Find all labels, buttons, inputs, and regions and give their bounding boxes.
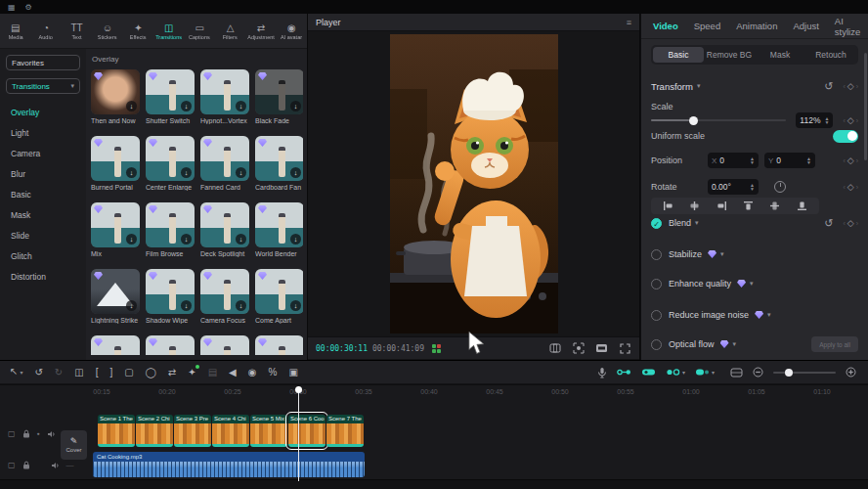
sidebar-item-blur[interactable]: Blur [6, 163, 80, 184]
transition-item[interactable]: ↓ [200, 335, 249, 355]
download-icon[interactable]: ↓ [236, 167, 246, 178]
download-icon[interactable]: ↓ [181, 167, 192, 178]
transition-shadow-wipe[interactable]: ↓ Shadow Wipe [146, 269, 195, 324]
sidebar-item-mask[interactable]: Mask [6, 204, 80, 225]
download-icon[interactable]: ↓ [236, 300, 246, 311]
aspect-ratio-icon[interactable] [548, 342, 561, 355]
video-clip-4[interactable]: Scene 4 Chi [212, 415, 249, 447]
center-focus-icon[interactable] [572, 342, 585, 355]
tab-animation[interactable]: Animation [736, 21, 777, 31]
video-clip-7[interactable]: Scene 7 The [326, 415, 364, 447]
transition-black-fade[interactable]: ↓ Black Fade [255, 69, 303, 124]
video-clip-6[interactable]: Scene 6 Coo [288, 415, 326, 447]
scale-slider-knob[interactable] [689, 116, 698, 125]
top-tab-audio[interactable]: ◔Audio [30, 22, 61, 40]
chevron-down-icon[interactable]: ▾ [733, 340, 737, 348]
delete-icon[interactable]: ◯ [146, 367, 156, 378]
sidebar-item-light[interactable]: Light [6, 122, 80, 143]
video-clip-2[interactable]: Scene 2 Chi [136, 415, 173, 447]
chevron-down-icon[interactable]: ▾ [750, 280, 754, 288]
player-options-icon[interactable]: ≡ [627, 18, 631, 27]
top-tab-media[interactable]: ▤Media [0, 22, 30, 40]
download-icon[interactable]: ↓ [181, 101, 192, 111]
transition-lightning-strike[interactable]: ↓ Lightning Strike [91, 269, 140, 324]
uniform-scale-toggle[interactable] [833, 130, 858, 143]
top-tab-ai-avatar[interactable]: ◉AI avatar [277, 22, 307, 40]
scrollbar[interactable] [864, 53, 867, 160]
feature-checkbox[interactable] [651, 249, 662, 260]
mute-track-icon[interactable] [51, 456, 60, 473]
clip-volume-icon[interactable]: ◀ [229, 367, 237, 378]
download-icon[interactable]: ↓ [126, 167, 137, 178]
sidebar-item-camera[interactable]: Camera [6, 143, 80, 163]
transition-deck-spotlight[interactable]: ↓ Deck Spotlight [200, 202, 249, 257]
transition-film-browse[interactable]: ↓ Film Browse [146, 202, 195, 257]
app-menu-icon[interactable]: ▦ [8, 3, 16, 12]
transition-center-enlarge[interactable]: ↓ Center Enlarge [146, 136, 195, 191]
transition-burned-portal[interactable]: ↓ Burned Portal [91, 136, 140, 191]
transition-mix[interactable]: ↓ Mix [91, 202, 140, 257]
rotate-value-field[interactable]: 0.00° ▲▼ [708, 179, 759, 195]
download-icon[interactable]: ↓ [181, 300, 192, 311]
transition-item[interactable]: ↓ [146, 335, 195, 355]
stepper[interactable]: ▲▼ [750, 156, 755, 164]
align-bottom-icon[interactable] [796, 200, 807, 212]
trim-right-icon[interactable]: ] [109, 367, 112, 378]
layout-icon[interactable]: ▤ [208, 367, 217, 378]
tab-ai-stylize[interactable]: AI stylize [835, 16, 868, 37]
undo-icon[interactable]: ↺ [34, 367, 42, 378]
chevron-down-icon[interactable]: ▾ [720, 250, 724, 258]
lock-icon[interactable] [22, 456, 30, 473]
transition-item[interactable]: ↓ [91, 335, 140, 355]
screen-capture-icon[interactable]: ▣ [288, 367, 297, 378]
top-tab-captions[interactable]: ▭Captions [184, 22, 214, 40]
chevron-down-icon[interactable]: ▾ [695, 219, 699, 227]
subtab-mask[interactable]: Mask [755, 47, 805, 63]
loop-icon[interactable]: ⇄ [168, 367, 176, 378]
tab-adjust[interactable]: Adjust [793, 21, 818, 31]
download-icon[interactable]: ↓ [290, 101, 301, 111]
align-v-center-icon[interactable] [769, 200, 781, 212]
preview-quality-icon[interactable] [595, 342, 608, 355]
transition-hypnot-vortex[interactable]: ↓ Hypnot...Vortex [200, 69, 249, 124]
video-clip-3[interactable]: Scene 3 Pre [174, 415, 211, 447]
playhead[interactable] [298, 386, 299, 481]
feature-checkbox[interactable] [651, 310, 662, 321]
settings-icon[interactable]: ⚙ [25, 3, 32, 12]
record-dot-icon[interactable]: ● [37, 430, 40, 436]
preview-video[interactable] [390, 34, 558, 333]
scale-value-field[interactable]: 112% ▲▼ [796, 112, 833, 128]
character-icon[interactable]: ◉ [248, 367, 257, 378]
top-tab-transitions[interactable]: ◫Transitions [153, 22, 184, 40]
reset-icon[interactable]: ↺ [824, 80, 833, 93]
position-y-field[interactable]: Y 0 ▲▼ [764, 153, 815, 168]
sidebar-item-distortion[interactable]: Distortion [6, 266, 80, 287]
subtab-basic[interactable]: Basic [653, 47, 704, 63]
smart-tool-icon[interactable]: ✦ [188, 367, 195, 378]
download-icon[interactable]: ↓ [290, 167, 301, 178]
top-tab-effects[interactable]: ✦Effects [123, 22, 153, 40]
keyframe-control[interactable]: ‹◇› [843, 115, 858, 125]
chevron-down-icon[interactable]: ▾ [697, 82, 701, 90]
top-tab-filters[interactable]: △Filters [215, 22, 245, 40]
download-icon[interactable]: ↓ [126, 101, 137, 111]
snap-toggle-icon[interactable] [641, 368, 656, 377]
top-tab-adjustment[interactable]: ⇄Adjustment [245, 22, 276, 40]
feature-checkbox[interactable] [651, 279, 662, 289]
tab-speed[interactable]: Speed [694, 21, 720, 31]
transition-cardboard-fan[interactable]: ↓ Cardboard Fan [255, 136, 303, 191]
fullscreen-icon[interactable] [619, 342, 631, 355]
favorites-button[interactable]: Favorites [6, 55, 80, 70]
sidebar-item-basic[interactable]: Basic [6, 184, 80, 204]
download-icon[interactable]: ↓ [290, 234, 301, 244]
stepper[interactable]: ▲▼ [806, 156, 811, 164]
keyframe-control[interactable]: ‹◇› [843, 182, 858, 192]
position-x-field[interactable]: X 0 ▲▼ [708, 153, 759, 168]
zoom-slider-knob[interactable] [785, 369, 793, 377]
keyframe-control[interactable]: ‹◇› [843, 81, 858, 91]
transition-camera-focus[interactable]: ↓ Camera Focus [200, 269, 249, 324]
keyframe-control[interactable]: ‹◇› [843, 218, 858, 228]
download-icon[interactable]: ↓ [236, 234, 246, 244]
rotate-dial-icon[interactable] [774, 181, 786, 193]
adjust-tracks-icon[interactable] [730, 368, 743, 378]
